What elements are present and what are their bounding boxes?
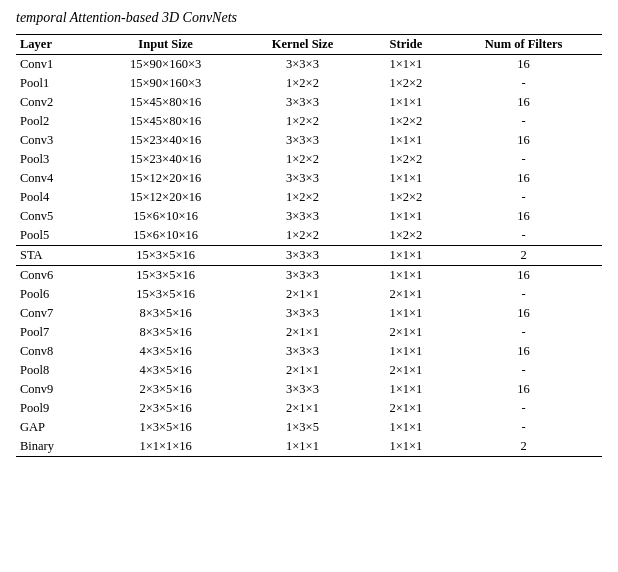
table-cell: 2×1×1 [238,285,366,304]
table-cell: 15×23×40×16 [93,131,238,150]
table-cell: Conv8 [16,342,93,361]
table-cell: 2×1×1 [367,323,445,342]
table-cell: 1×1×1 [367,207,445,226]
table-cell: 3×3×3 [238,342,366,361]
table-row: Conv515×6×10×163×3×31×1×116 [16,207,602,226]
table-cell: Pool7 [16,323,93,342]
table-cell: Conv7 [16,304,93,323]
table-cell: 1×2×2 [238,226,366,246]
table-row: Conv215×45×80×163×3×31×1×116 [16,93,602,112]
table-cell: 2×1×1 [238,399,366,418]
table-cell: 3×3×3 [238,131,366,150]
table-cell: - [445,361,602,380]
table-cell: 1×1×1 [367,246,445,266]
table-cell: 3×3×3 [238,266,366,286]
table-cell: 1×1×1 [367,342,445,361]
table-cell: 2×1×1 [238,361,366,380]
table-cell: Conv5 [16,207,93,226]
table-cell: 16 [445,131,602,150]
table-cell: - [445,150,602,169]
table-cell: - [445,418,602,437]
table-cell: Pool2 [16,112,93,131]
table-cell: 15×23×40×16 [93,150,238,169]
col-stride: Stride [367,35,445,55]
table-cell: 1×3×5 [238,418,366,437]
table-cell: - [445,188,602,207]
table-cell: 15×6×10×16 [93,226,238,246]
table-cell: - [445,74,602,93]
table-cell: 2×3×5×16 [93,399,238,418]
table-cell: STA [16,246,93,266]
table-cell: 1×2×2 [367,226,445,246]
table-cell: 3×3×3 [238,169,366,188]
table-cell: 1×1×1 [367,169,445,188]
table-cell: 1×2×2 [238,150,366,169]
table-cell: 2×1×1 [238,323,366,342]
table-cell: 1×3×5×16 [93,418,238,437]
table-cell: 1×2×2 [238,74,366,93]
table-cell: GAP [16,418,93,437]
table-cell: - [445,112,602,131]
table-header-row: Layer Input Size Kernel Size Stride Num … [16,35,602,55]
table-cell: 3×3×3 [238,246,366,266]
table-cell: 1×2×2 [367,112,445,131]
table-cell: 15×90×160×3 [93,74,238,93]
table-cell: 2 [445,246,602,266]
table-cell: 2 [445,437,602,457]
table-row: GAP1×3×5×161×3×51×1×1- [16,418,602,437]
table-cell: 3×3×3 [238,55,366,75]
table-cell: 1×1×1 [367,266,445,286]
table-cell: Pool9 [16,399,93,418]
table-cell: Pool5 [16,226,93,246]
col-kernel-size: Kernel Size [238,35,366,55]
table-cell: 1×2×2 [238,188,366,207]
table-cell: 15×90×160×3 [93,55,238,75]
table-row: Pool84×3×5×162×1×12×1×1- [16,361,602,380]
table-cell: 16 [445,304,602,323]
page-title: temporal Attention-based 3D ConvNets [16,10,602,26]
table-cell: 16 [445,55,602,75]
table-cell: 1×1×1 [367,55,445,75]
network-table: Layer Input Size Kernel Size Stride Num … [16,34,602,457]
table-cell: Binary [16,437,93,457]
table-cell: 1×2×2 [367,188,445,207]
table-cell: 1×1×1 [367,437,445,457]
table-cell: 16 [445,266,602,286]
table-row: Pool215×45×80×161×2×21×2×2- [16,112,602,131]
table-cell: 2×1×1 [367,285,445,304]
table-row: Conv78×3×5×163×3×31×1×116 [16,304,602,323]
table-cell: 16 [445,207,602,226]
table-row: Binary1×1×1×161×1×11×1×12 [16,437,602,457]
col-input-size: Input Size [93,35,238,55]
table-cell: 1×1×1×16 [93,437,238,457]
table-cell: 3×3×3 [238,207,366,226]
table-cell: Conv1 [16,55,93,75]
table-cell: 8×3×5×16 [93,304,238,323]
table-cell: 1×1×1 [367,93,445,112]
table-cell: 15×6×10×16 [93,207,238,226]
table-cell: 3×3×3 [238,93,366,112]
table-cell: - [445,399,602,418]
table-row: Conv84×3×5×163×3×31×1×116 [16,342,602,361]
table-cell: 3×3×3 [238,304,366,323]
table-cell: 1×1×1 [367,131,445,150]
col-num-filters: Num of Filters [445,35,602,55]
table-cell: 15×45×80×16 [93,93,238,112]
col-layer: Layer [16,35,93,55]
table-cell: 15×3×5×16 [93,266,238,286]
table-row: Conv615×3×5×163×3×31×1×116 [16,266,602,286]
table-cell: 15×12×20×16 [93,188,238,207]
table-cell: - [445,226,602,246]
table-row: Conv115×90×160×33×3×31×1×116 [16,55,602,75]
table-cell: Conv6 [16,266,93,286]
table-cell: 15×3×5×16 [93,285,238,304]
table-cell: 1×2×2 [367,74,445,93]
sta-row: STA15×3×5×163×3×31×1×12 [16,246,602,266]
table-cell: Pool8 [16,361,93,380]
table-cell: Conv9 [16,380,93,399]
table-cell: 2×1×1 [367,399,445,418]
table-row: Pool315×23×40×161×2×21×2×2- [16,150,602,169]
table-cell: Pool1 [16,74,93,93]
table-row: Pool92×3×5×162×1×12×1×1- [16,399,602,418]
table-row: Conv415×12×20×163×3×31×1×116 [16,169,602,188]
